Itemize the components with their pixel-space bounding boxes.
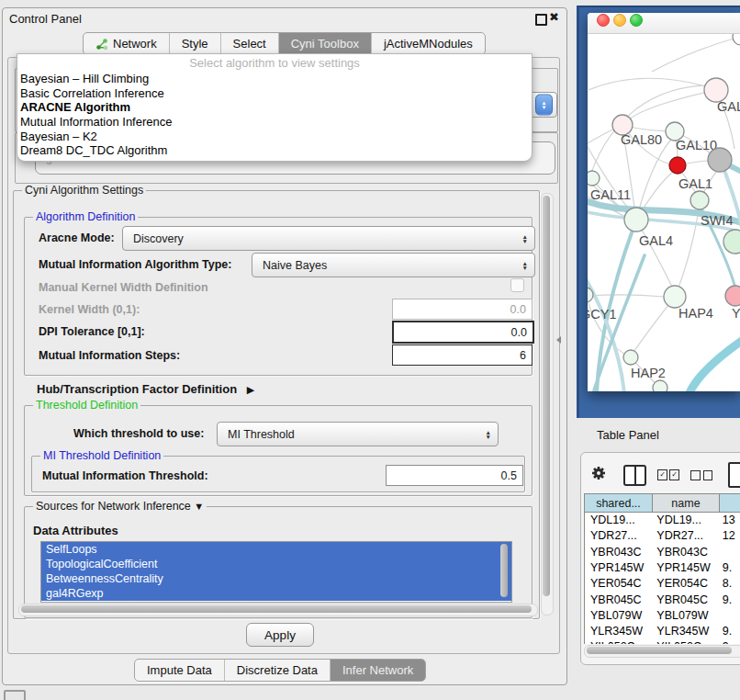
network-node[interactable] bbox=[725, 286, 740, 306]
tab-style-label: Style bbox=[182, 37, 208, 51]
combo-arrows-icon: ▲▼ bbox=[522, 261, 528, 270]
table-cell: YBR043C bbox=[585, 545, 651, 560]
tab-infer-network-label: Infer Network bbox=[342, 663, 413, 677]
kernel-width-field[interactable]: 0.0 bbox=[392, 299, 533, 320]
tab-network[interactable]: Network bbox=[84, 33, 170, 54]
close-traffic-light[interactable] bbox=[597, 14, 610, 27]
mi-steps-field[interactable]: 6 bbox=[392, 344, 533, 366]
table-hscrollbar-thumb[interactable] bbox=[587, 647, 732, 654]
network-canvas[interactable]: GALGAL80GAL10GAL1GAL11GAL4SWI4GCY1HAP4YH… bbox=[588, 34, 740, 391]
table-cell bbox=[717, 608, 740, 624]
network-node[interactable] bbox=[624, 208, 648, 231]
network-node[interactable] bbox=[588, 171, 600, 186]
which-threshold-combo[interactable]: MI Threshold ▲▼ bbox=[217, 422, 499, 446]
mi-threshold-field[interactable]: 0.5 bbox=[386, 465, 523, 486]
float-window-icon[interactable] bbox=[535, 14, 547, 26]
control-panel-tabbar: Network Style Select Cyni Toolbox jActiv… bbox=[83, 32, 486, 55]
table-row[interactable]: YPR145WYPR145W9. bbox=[585, 560, 740, 576]
attributes-vscrollbar-thumb[interactable] bbox=[500, 544, 508, 597]
gear-icon[interactable] bbox=[590, 465, 607, 481]
node-label: GAL80 bbox=[621, 132, 662, 147]
dropdown-item[interactable]: Bayesian – K2 bbox=[17, 130, 532, 144]
attribute-item-selected[interactable]: TopologicalCoefficient bbox=[41, 557, 511, 571]
dropdown-item[interactable]: Dream8 DC_TDC Algorithm bbox=[17, 143, 532, 158]
minimized-panel-icon[interactable] bbox=[4, 690, 26, 700]
table-row[interactable]: YLR345WYLR345W9. bbox=[585, 624, 740, 639]
network-node[interactable] bbox=[733, 34, 740, 45]
attribute-item-selected[interactable]: gal4RGexp bbox=[41, 586, 511, 601]
hub-factor-expander[interactable]: Hub/Transcription Factor Definition ▶ bbox=[37, 382, 254, 396]
node-label: GCY1 bbox=[588, 307, 617, 322]
table-row[interactable]: YDL19...YDL19...13 bbox=[585, 513, 740, 528]
network-node[interactable] bbox=[690, 191, 709, 209]
aracne-mode-combo[interactable]: Discovery ▲▼ bbox=[122, 226, 535, 251]
table-cell: YIL052C bbox=[585, 639, 651, 644]
dropdown-item[interactable]: Basic Correlation Inference bbox=[17, 86, 532, 101]
table-row[interactable]: YDR27...YDR27...12 bbox=[585, 528, 740, 544]
settings-vscrollbar[interactable] bbox=[541, 193, 554, 615]
expander-down-icon: ▼ bbox=[194, 501, 204, 512]
zoom-traffic-light[interactable] bbox=[630, 14, 643, 27]
node-label: GAL bbox=[717, 99, 740, 114]
table-cell: YBR045C bbox=[585, 593, 651, 608]
dropdown-item[interactable]: Mutual Information Inference bbox=[17, 115, 532, 130]
apply-button[interactable]: Apply bbox=[246, 623, 314, 647]
column-header-shared-name[interactable]: shared... bbox=[584, 493, 653, 513]
table-cell: 9 bbox=[717, 639, 740, 644]
unchecked-boxes-icon[interactable] bbox=[690, 470, 712, 480]
table-row[interactable]: YIL052CYIL052C9 bbox=[585, 639, 740, 644]
aracne-mode-value: Discovery bbox=[133, 232, 184, 245]
column-view-icon[interactable] bbox=[623, 465, 646, 486]
network-node[interactable] bbox=[669, 157, 686, 174]
table-body: YDL19...YDL19...13YDR27...YDR27...12YBR0… bbox=[584, 513, 740, 644]
tab-impute-data[interactable]: Impute Data bbox=[135, 660, 225, 681]
table-hscrollbar[interactable] bbox=[584, 645, 740, 658]
attribute-item-selected[interactable]: SelfLoops bbox=[41, 542, 511, 557]
network-node[interactable] bbox=[664, 286, 686, 308]
sources-title[interactable]: Sources for Network Inference ▼ bbox=[33, 500, 207, 513]
dropdown-item[interactable]: Bayesian – Hill Climbing bbox=[17, 72, 532, 86]
dropdown-item-selected[interactable]: ARACNE Algorithm bbox=[17, 100, 532, 115]
hub-factor-label: Hub/Transcription Factor Definition bbox=[37, 382, 237, 396]
close-icon[interactable]: ✖ bbox=[549, 10, 559, 24]
table-row[interactable]: YER054CYER054C8. bbox=[585, 576, 740, 592]
which-threshold-label: Which threshold to use: bbox=[73, 427, 204, 440]
tab-style[interactable]: Style bbox=[170, 33, 221, 54]
table-row[interactable]: YBR043CYBR043C bbox=[585, 545, 740, 560]
table-function-icon[interactable] bbox=[728, 462, 740, 488]
attribute-item-selected[interactable]: BetweennessCentrality bbox=[41, 571, 511, 586]
column-header-name[interactable]: name bbox=[652, 493, 720, 513]
settings-vscrollbar-thumb[interactable] bbox=[543, 196, 550, 596]
threshold-definition-title: Threshold Definition bbox=[33, 399, 140, 412]
mi-algorithm-type-combo[interactable]: Naive Bayes ▲▼ bbox=[252, 253, 535, 277]
table-row[interactable]: YBR045CYBR045C9. bbox=[585, 593, 740, 608]
network-window-titlebar[interactable] bbox=[588, 13, 740, 34]
settings-hscrollbar[interactable] bbox=[18, 604, 538, 616]
network-node[interactable] bbox=[623, 350, 638, 365]
aracne-mode-label: Aracne Mode: bbox=[39, 231, 115, 244]
bottom-tabbar: Impute Data Discretize Data Infer Networ… bbox=[134, 659, 426, 682]
tab-discretize-data[interactable]: Discretize Data bbox=[225, 660, 331, 681]
tab-select[interactable]: Select bbox=[221, 33, 279, 54]
node-label: HAP4 bbox=[678, 306, 713, 321]
dpi-tolerance-field[interactable]: 0.0 bbox=[392, 321, 534, 344]
table-row[interactable]: YBL079WYBL079W bbox=[585, 608, 740, 624]
splitpane-collapse-icon[interactable] bbox=[556, 336, 561, 344]
network-node[interactable] bbox=[708, 148, 732, 172]
tab-network-label: Network bbox=[113, 37, 157, 51]
checked-boxes-icon[interactable]: ✓ ✓ bbox=[657, 469, 679, 480]
algorithm-dropdown-popup: Select algorithm to view settings Bayesi… bbox=[17, 53, 533, 162]
minimize-traffic-light[interactable] bbox=[613, 14, 626, 27]
data-attributes-list: SelfLoops TopologicalCoefficient Between… bbox=[40, 541, 512, 603]
settings-hscrollbar-thumb[interactable] bbox=[21, 605, 532, 613]
tab-infer-network[interactable]: Infer Network bbox=[331, 660, 425, 681]
table-cell bbox=[717, 545, 740, 560]
tab-jactivemnodules[interactable]: jActiveMNodules bbox=[372, 33, 485, 54]
column-header-partial[interactable] bbox=[719, 493, 740, 513]
tab-cyni-toolbox[interactable]: Cyni Toolbox bbox=[279, 33, 372, 54]
network-node[interactable] bbox=[723, 230, 740, 254]
network-node[interactable] bbox=[653, 380, 667, 391]
table-cell: 13 bbox=[717, 513, 740, 528]
manual-kernel-checkbox[interactable] bbox=[510, 278, 524, 292]
table-cell: YDR27... bbox=[651, 528, 716, 544]
